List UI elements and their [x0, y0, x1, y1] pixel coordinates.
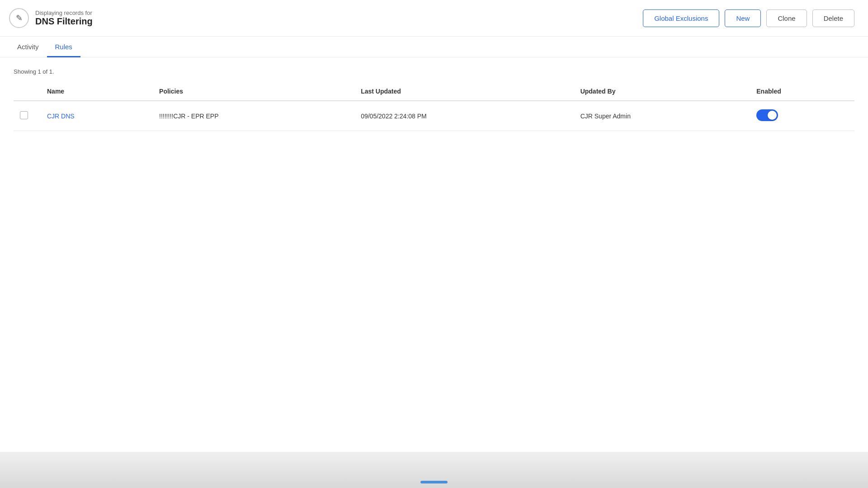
- edit-icon: ✎: [16, 13, 23, 23]
- new-button[interactable]: New: [725, 9, 761, 27]
- tab-rules[interactable]: Rules: [47, 37, 80, 57]
- header-subtitle: Displaying records for: [35, 9, 93, 16]
- header-actions: Global Exclusions New Clone Delete: [643, 9, 854, 27]
- page-wrapper: ✎ Displaying records for DNS Filtering G…: [0, 0, 868, 488]
- showing-text: Showing 1 of 1.: [14, 68, 854, 75]
- delete-button[interactable]: Delete: [812, 9, 854, 27]
- global-exclusions-button[interactable]: Global Exclusions: [643, 9, 719, 27]
- content-area: Showing 1 of 1. Name Policies Last Updat…: [0, 57, 868, 488]
- row-updated-by-cell: CJR Super Admin: [574, 101, 750, 131]
- table-row: CJR DNS !!!!!!!!CJR - EPR EPP 09/05/2022…: [14, 101, 854, 131]
- table-header-row: Name Policies Last Updated Updated By En…: [14, 83, 854, 101]
- header-title: DNS Filtering: [35, 16, 93, 27]
- tab-activity[interactable]: Activity: [9, 37, 47, 57]
- row-name-cell: CJR DNS: [41, 101, 153, 131]
- row-name-link[interactable]: CJR DNS: [47, 113, 75, 120]
- tabs-bar: Activity Rules: [0, 37, 868, 57]
- header: ✎ Displaying records for DNS Filtering G…: [0, 0, 868, 37]
- header-text: Displaying records for DNS Filtering: [35, 9, 93, 27]
- toggle-thumb: [768, 111, 777, 120]
- col-header-name: Name: [41, 83, 153, 101]
- row-checkbox-cell: [14, 101, 41, 131]
- header-left: ✎ Displaying records for DNS Filtering: [9, 8, 93, 28]
- col-header-checkbox: [14, 83, 41, 101]
- col-header-updated-by: Updated By: [574, 83, 750, 101]
- table-wrapper: Name Policies Last Updated Updated By En…: [14, 83, 854, 131]
- rules-table: Name Policies Last Updated Updated By En…: [14, 83, 854, 131]
- col-header-enabled: Enabled: [750, 83, 854, 101]
- row-checkbox[interactable]: [20, 111, 28, 119]
- col-header-policies: Policies: [153, 83, 354, 101]
- row-policies-cell: !!!!!!!!CJR - EPR EPP: [153, 101, 354, 131]
- row-last-updated-cell: 09/05/2022 2:24:08 PM: [354, 101, 574, 131]
- bottom-bar: [420, 481, 448, 483]
- header-icon: ✎: [9, 8, 29, 28]
- col-header-last-updated: Last Updated: [354, 83, 574, 101]
- clone-button[interactable]: Clone: [766, 9, 807, 27]
- row-enabled-cell: [750, 101, 854, 131]
- enabled-toggle[interactable]: [756, 109, 778, 121]
- toggle-track: [756, 109, 778, 121]
